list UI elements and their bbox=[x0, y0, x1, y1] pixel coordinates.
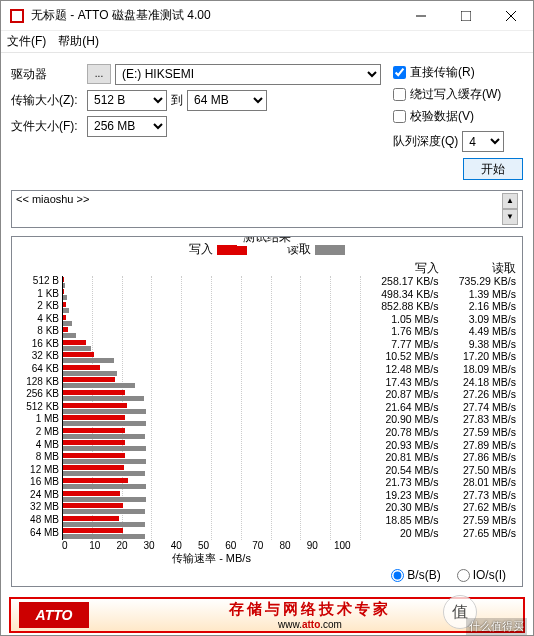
write-bar bbox=[63, 352, 94, 357]
read-bar bbox=[63, 383, 135, 388]
chart-bars bbox=[62, 276, 361, 540]
verify-data-checkbox[interactable]: 校验数据(V) bbox=[393, 105, 523, 127]
read-bar bbox=[63, 446, 146, 451]
write-bar bbox=[63, 465, 124, 470]
results-group: 测试结果 写入 读取 写入 读取 512 B1 KB2 KB4 KB8 KB16… bbox=[11, 236, 523, 587]
write-bar bbox=[63, 503, 123, 508]
write-value: 21.73 MB/s bbox=[361, 477, 439, 490]
minimize-button[interactable] bbox=[398, 1, 443, 31]
file-size-select[interactable]: 256 MB bbox=[87, 116, 167, 137]
bar-pair bbox=[63, 490, 361, 503]
drive-select[interactable]: (E:) HIKSEMI bbox=[115, 64, 381, 85]
read-bar bbox=[63, 358, 114, 363]
bar-pair bbox=[63, 515, 361, 528]
write-value: 20 MB/s bbox=[361, 528, 439, 540]
write-values-column: 258.17 KB/s498.34 KB/s852.88 KB/s1.05 MB… bbox=[361, 276, 439, 540]
y-tick-label: 512 B bbox=[18, 276, 59, 289]
read-bar bbox=[63, 346, 91, 351]
write-value: 1.76 MB/s bbox=[361, 326, 439, 339]
read-value: 27.59 MB/s bbox=[439, 515, 517, 528]
read-bar bbox=[63, 484, 146, 489]
write-bar bbox=[63, 315, 66, 320]
read-bar bbox=[63, 534, 145, 539]
write-bar bbox=[63, 365, 100, 370]
write-bar bbox=[63, 377, 115, 382]
write-bar bbox=[63, 340, 86, 345]
y-tick-label: 16 MB bbox=[18, 477, 59, 490]
chart-y-labels: 512 B1 KB2 KB4 KB8 KB16 KB32 KB64 KB128 … bbox=[18, 276, 62, 540]
menubar: 文件(F) 帮助(H) bbox=[1, 31, 533, 53]
transfer-size-to[interactable]: 64 MB bbox=[187, 90, 267, 111]
transfer-size-from[interactable]: 512 B bbox=[87, 90, 167, 111]
read-bar bbox=[63, 471, 145, 476]
atto-logo: ATTO bbox=[19, 602, 89, 628]
start-button[interactable]: 开始 bbox=[463, 158, 523, 180]
read-value: 2.16 MB/s bbox=[439, 301, 517, 314]
bar-pair bbox=[63, 351, 361, 364]
bar-pair bbox=[63, 427, 361, 440]
x-tick-label: 80 bbox=[280, 540, 307, 551]
chart-x-label: 传输速率 - MB/s bbox=[62, 551, 361, 566]
browse-button[interactable]: ... bbox=[87, 64, 111, 84]
bar-pair bbox=[63, 528, 361, 540]
bar-pair bbox=[63, 301, 361, 314]
read-value: 28.01 MB/s bbox=[439, 477, 517, 490]
close-button[interactable] bbox=[488, 1, 533, 31]
bar-pair bbox=[63, 377, 361, 390]
menu-file[interactable]: 文件(F) bbox=[7, 33, 46, 50]
y-tick-label: 64 MB bbox=[18, 528, 59, 540]
read-bar bbox=[63, 308, 69, 313]
read-bar bbox=[63, 509, 145, 514]
app-icon bbox=[9, 8, 25, 24]
read-bar bbox=[63, 421, 146, 426]
bar-pair bbox=[63, 339, 361, 352]
bar-pair bbox=[63, 402, 361, 415]
read-value: 735.29 KB/s bbox=[439, 276, 517, 289]
description-box[interactable]: << miaoshu >> ▲▼ bbox=[11, 190, 523, 228]
write-bar bbox=[63, 415, 125, 420]
bar-pair bbox=[63, 477, 361, 490]
description-spinner[interactable]: ▲▼ bbox=[502, 193, 518, 225]
write-bar bbox=[63, 491, 120, 496]
legend-read-swatch bbox=[315, 245, 345, 255]
svg-rect-1 bbox=[12, 11, 22, 21]
radio-bytes-per-sec[interactable]: B/s(B) bbox=[391, 568, 440, 582]
bypass-cache-checkbox[interactable]: 绕过写入缓存(W) bbox=[393, 83, 523, 105]
read-value: 4.49 MB/s bbox=[439, 326, 517, 339]
read-bar bbox=[63, 396, 144, 401]
read-value: 27.65 MB/s bbox=[439, 528, 517, 540]
queue-depth-select[interactable]: 4 bbox=[462, 131, 504, 152]
write-bar bbox=[63, 478, 128, 483]
write-bar bbox=[63, 327, 68, 332]
x-tick-label: 10 bbox=[89, 540, 116, 551]
bar-pair bbox=[63, 414, 361, 427]
radio-io-per-sec[interactable]: IO/s(I) bbox=[457, 568, 506, 582]
transfer-size-label: 传输大小(Z): bbox=[11, 92, 83, 109]
to-label: 到 bbox=[171, 92, 183, 109]
read-bar bbox=[63, 522, 145, 527]
write-value: 20.87 MB/s bbox=[361, 389, 439, 402]
read-bar bbox=[63, 295, 67, 300]
read-bar bbox=[63, 459, 146, 464]
results-title: 测试结果 bbox=[237, 236, 297, 246]
y-tick-label: 8 KB bbox=[18, 326, 59, 339]
x-tick-label: 50 bbox=[198, 540, 225, 551]
write-bar bbox=[63, 453, 125, 458]
read-value: 27.26 MB/s bbox=[439, 389, 517, 402]
svg-rect-3 bbox=[461, 11, 471, 21]
titlebar: 无标题 - ATTO 磁盘基准测试 4.00 bbox=[1, 1, 533, 31]
bar-pair bbox=[63, 289, 361, 302]
write-value: 852.88 KB/s bbox=[361, 301, 439, 314]
bar-pair bbox=[63, 364, 361, 377]
footer-text: 存储与网络技术专家 www.atto.com bbox=[97, 600, 523, 630]
maximize-button[interactable] bbox=[443, 1, 488, 31]
direct-io-checkbox[interactable]: 直接传输(R) bbox=[393, 61, 523, 83]
file-size-label: 文件大小(F): bbox=[11, 118, 83, 135]
bar-pair bbox=[63, 314, 361, 327]
y-tick-label: 2 KB bbox=[18, 301, 59, 314]
legend-write-swatch bbox=[217, 245, 247, 255]
menu-help[interactable]: 帮助(H) bbox=[58, 33, 99, 50]
write-value: 12.48 MB/s bbox=[361, 364, 439, 377]
chart-area: 512 B1 KB2 KB4 KB8 KB16 KB32 KB64 KB128 … bbox=[18, 276, 516, 540]
write-bar bbox=[63, 277, 64, 282]
